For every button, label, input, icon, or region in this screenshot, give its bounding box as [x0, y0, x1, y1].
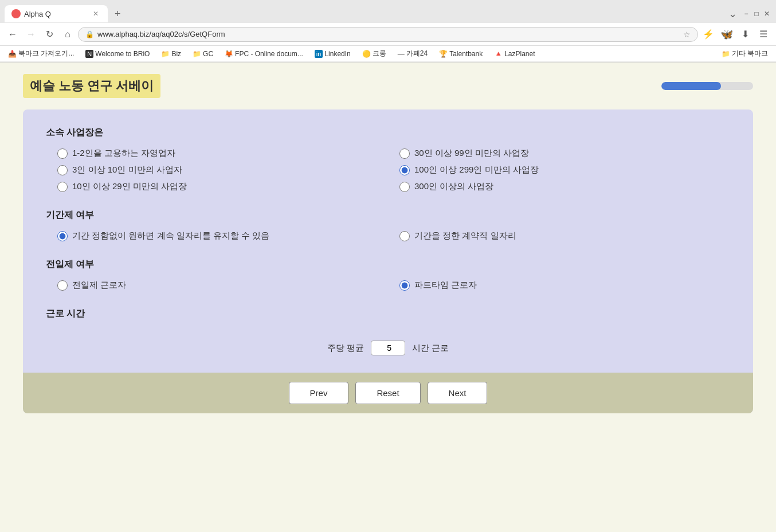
- minimize-btn[interactable]: −: [742, 9, 751, 18]
- radio-period-input-1[interactable]: [57, 231, 68, 241]
- radio-option-1[interactable]: 1-2인을 고용하는 자영업자: [57, 148, 388, 159]
- page-title: 예슬 노동 연구 서베이: [23, 74, 160, 98]
- bookmark-brio[interactable]: N Welcome to BRiO: [82, 49, 153, 59]
- bookmark-fpc[interactable]: 🦊 FPC - Online docum...: [221, 49, 307, 59]
- prev-button[interactable]: Prev: [289, 382, 349, 404]
- fulltime-options: 전일제 근로자 파트타임 근로자: [46, 280, 730, 291]
- period-options: 기간 정함없이 원하면 계속 일자리를 유지할 수 있음 기간을 정한 계약직 …: [46, 230, 730, 241]
- radio-label-4: 30인 이상 99인 미만의 사업장: [414, 148, 529, 159]
- section3-title: 전일제 여부: [46, 259, 730, 271]
- radio-period-label-2: 기간을 정한 계약직 일자리: [414, 230, 516, 241]
- radio-period-2[interactable]: 기간을 정한 계약직 일자리: [399, 230, 730, 241]
- profile-btn[interactable]: 🦋: [719, 26, 735, 42]
- address-bar[interactable]: 🔒 www.alphaq.biz/aq/aq02c/s/GetQForm ☆: [78, 27, 698, 42]
- radio-input-4[interactable]: [399, 148, 410, 159]
- bookmark-cafe24[interactable]: — 카페24: [394, 48, 431, 60]
- progress-bar-fill: [661, 82, 721, 90]
- bookmark-others[interactable]: 📁 기타 북마크: [718, 48, 771, 60]
- radio-input-5[interactable]: [399, 165, 410, 175]
- bookmark-others-icon: 📁: [722, 50, 730, 58]
- radio-fulltime-input-1[interactable]: [57, 280, 68, 291]
- workplace-options: 1-2인을 고용하는 자영업자 30인 이상 99인 미만의 사업장 3인 이상…: [46, 148, 730, 192]
- tab-bar-right: ⌄ − □ ✕: [725, 7, 771, 20]
- radio-input-3[interactable]: [57, 182, 68, 192]
- radio-option-4[interactable]: 30인 이상 99인 미만의 사업장: [399, 148, 730, 159]
- bookmark-brio-icon: N: [85, 50, 93, 58]
- bookmark-talentbank-icon: 🏆: [439, 50, 448, 58]
- winclose-btn[interactable]: ✕: [762, 9, 771, 18]
- tab-close-btn[interactable]: ✕: [91, 9, 101, 19]
- radio-input-1[interactable]: [57, 148, 68, 159]
- bookmark-import[interactable]: 📥 북마크 가져오기...: [5, 48, 77, 60]
- radio-fulltime-1[interactable]: 전일제 근로자: [57, 280, 388, 291]
- nav-bar: ← → ↻ ⌂ 🔒 www.alphaq.biz/aq/aq02c/s/GetQ…: [0, 23, 776, 46]
- bookmark-linkedin-icon: in: [315, 50, 323, 58]
- page-header: 예슬 노동 연구 서베이: [23, 74, 753, 98]
- extensions-btn[interactable]: ⚡: [700, 26, 716, 42]
- section4-title: 근로 시간: [46, 308, 730, 320]
- section2-title: 기간제 여부: [46, 209, 730, 221]
- bookmark-cafe24-icon: —: [398, 50, 405, 58]
- nav-icons: ⚡ 🦋 ⬇ ☰: [700, 26, 771, 42]
- active-tab[interactable]: Alpha Q ✕: [5, 5, 108, 22]
- back-btn[interactable]: ←: [5, 26, 21, 42]
- restore-btn[interactable]: □: [752, 9, 761, 18]
- bookmark-krong[interactable]: 🟡 크롱: [359, 48, 390, 60]
- new-tab-btn[interactable]: +: [110, 6, 126, 22]
- bookmark-linkedin[interactable]: in LinkedIn: [311, 49, 354, 59]
- radio-option-5[interactable]: 100인 이상 299인 미만의 사업장: [399, 165, 730, 175]
- form-footer: Prev Reset Next: [23, 373, 753, 413]
- radio-label-2: 3인 이상 10인 미만의 사업자: [72, 165, 182, 175]
- hours-suffix: 시간 근로: [412, 343, 449, 354]
- radio-label-1: 1-2인을 고용하는 자영업자: [72, 148, 175, 159]
- browser-chrome: Alpha Q ✕ + ⌄ − □ ✕ ← → ↻ ⌂ 🔒 www.alphaq…: [0, 0, 776, 62]
- bookmark-biz[interactable]: 📁 Biz: [158, 49, 185, 59]
- tab-overflow-btn[interactable]: ⌄: [725, 7, 740, 20]
- bookmark-lazplanet[interactable]: 🔺 LazPlanet: [491, 49, 538, 59]
- radio-option-6[interactable]: 300인 이상의 사업장: [399, 181, 730, 192]
- radio-fulltime-label-1: 전일제 근로자: [72, 280, 126, 291]
- radio-period-input-2[interactable]: [399, 231, 410, 241]
- radio-fulltime-2[interactable]: 파트타임 근로자: [399, 280, 730, 291]
- section1-title: 소속 사업장은: [46, 127, 730, 139]
- bookmark-gc[interactable]: 📁 GC: [189, 49, 217, 59]
- radio-fulltime-input-2[interactable]: [399, 280, 410, 291]
- bookmark-fpc-icon: 🦊: [225, 50, 233, 58]
- radio-input-6[interactable]: [399, 182, 410, 192]
- radio-option-2[interactable]: 3인 이상 10인 미만의 사업자: [57, 165, 388, 175]
- radio-label-6: 300인 이상의 사업장: [414, 181, 493, 192]
- radio-fulltime-label-2: 파트타임 근로자: [414, 280, 477, 291]
- page-content: 예슬 노동 연구 서베이 소속 사업장은 1-2인을 고용하는 자영업자 30인…: [0, 62, 776, 526]
- forward-btn[interactable]: →: [23, 26, 39, 42]
- download-btn[interactable]: ⬇: [737, 26, 753, 42]
- star-icon[interactable]: ☆: [683, 30, 691, 39]
- next-button[interactable]: Next: [428, 382, 488, 404]
- bookmark-krong-icon: 🟡: [362, 50, 371, 58]
- form-container: 소속 사업장은 1-2인을 고용하는 자영업자 30인 이상 99인 미만의 사…: [23, 109, 753, 413]
- bookmark-import-icon: 📥: [8, 50, 17, 58]
- refresh-btn[interactable]: ↻: [41, 26, 57, 42]
- radio-label-3: 10인 이상 29인 미만의 사업장: [72, 181, 187, 192]
- tab-title: Alpha Q: [24, 10, 51, 18]
- tab-bar: Alpha Q ✕ + ⌄ − □ ✕: [0, 0, 776, 23]
- hours-prefix: 주당 평균: [327, 343, 364, 354]
- radio-label-5: 100인 이상 299인 미만의 사업장: [414, 165, 539, 175]
- tab-favicon: [11, 9, 21, 18]
- radio-option-3[interactable]: 10인 이상 29인 미만의 사업장: [57, 181, 388, 192]
- hours-input[interactable]: [371, 341, 405, 355]
- radio-period-label-1: 기간 정함없이 원하면 계속 일자리를 유지할 수 있음: [72, 230, 269, 241]
- bookmarks-bar: 📥 북마크 가져오기... N Welcome to BRiO 📁 Biz 📁 …: [0, 46, 776, 62]
- radio-period-1[interactable]: 기간 정함없이 원하면 계속 일자리를 유지할 수 있음: [57, 230, 388, 241]
- progress-bar-container: [661, 82, 753, 90]
- reset-button[interactable]: Reset: [355, 382, 420, 404]
- bookmark-biz-icon: 📁: [161, 50, 170, 58]
- menu-btn[interactable]: ☰: [755, 26, 771, 42]
- home-btn[interactable]: ⌂: [60, 26, 76, 42]
- bookmark-gc-icon: 📁: [193, 50, 201, 58]
- address-text: www.alphaq.biz/aq/aq02c/s/GetQForm: [97, 30, 680, 38]
- lock-icon: 🔒: [85, 30, 94, 38]
- radio-input-2[interactable]: [57, 165, 68, 175]
- bookmark-lazplanet-icon: 🔺: [494, 50, 503, 58]
- work-hours-row: 주당 평균 시간 근로: [46, 329, 730, 373]
- bookmark-talentbank[interactable]: 🏆 Talentbank: [436, 49, 486, 59]
